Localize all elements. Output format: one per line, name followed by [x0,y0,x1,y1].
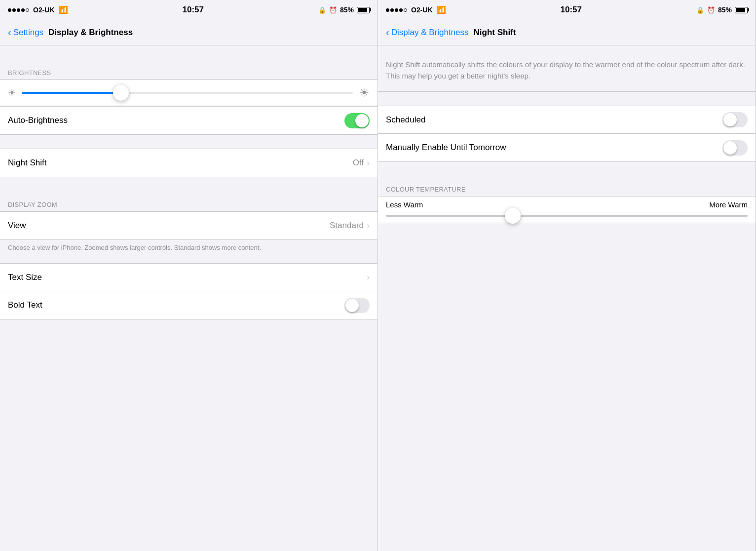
battery-indicator-right [735,7,748,13]
bold-text-toggle[interactable] [344,298,370,313]
wifi-icon: 📶 [59,5,68,14]
bold-text-row: Bold Text [0,291,378,319]
status-right-right: 🔒 ⏰ 85% [696,6,748,14]
battery-level [358,8,367,12]
more-warm-label: More Warm [709,200,748,209]
night-shift-row[interactable]: Night Shift Off › [0,149,378,177]
view-note: Choose a view for iPhone. Zoomed shows l… [0,240,378,259]
sun-small-icon: ☀ [8,87,16,98]
wifi-icon-right: 📶 [437,5,446,14]
signal-dot-r5 [404,8,407,12]
back-chevron-left: ‹ [8,27,11,38]
display-zoom-header: DISPLAY ZOOM [0,191,378,211]
alarm-icon-right: ⏰ [707,6,715,14]
night-shift-value: Off [353,158,364,168]
back-label-right: Display & Brightness [391,28,469,38]
spacer-4 [0,259,378,263]
signal-dot-3 [17,8,20,12]
manually-enable-label: Manually Enable Until Tomorrow [386,143,722,153]
signal-dot-r4 [399,8,403,12]
signal-dot-r2 [390,8,394,12]
night-shift-group: Night Shift Off › [0,149,378,177]
night-shift-description: Night Shift automatically shifts the col… [378,45,756,92]
nav-bar-right: ‹ Display & Brightness Night Shift [378,20,756,45]
brightness-slider-section: ☀ ☀ [0,79,378,106]
spacer-2 [0,135,378,149]
status-time-left: 10:57 [183,5,204,15]
status-left-right: O2-UK 📶 [386,5,446,14]
scheduled-toggle[interactable] [722,112,748,127]
carrier-name: O2-UK [33,6,55,14]
page-title-right: Night Shift [474,28,516,38]
signal-dot-r1 [386,8,389,12]
auto-brightness-group: Auto-Brightness [0,106,378,135]
scheduled-label: Scheduled [386,115,722,125]
manually-enable-row: Manually Enable Until Tomorrow [378,134,756,161]
back-button-right[interactable]: ‹ Display & Brightness [386,27,469,38]
sun-large-icon: ☀ [359,86,370,100]
lock-icon-right: 🔒 [696,6,704,14]
brightness-thumb[interactable] [113,85,129,101]
temp-slider-row [378,209,756,223]
bold-text-label: Bold Text [8,300,344,310]
spacer-r2 [378,162,756,176]
night-shift-toggles-group: Scheduled Manually Enable Until Tomorrow [378,106,756,162]
battery-level-right [736,8,745,12]
spacer-r1 [378,92,756,106]
back-button-left[interactable]: ‹ Settings [8,27,43,38]
brightness-header: BRIGHTNESS [0,59,378,79]
signal-dot-5 [26,8,29,12]
brightness-track[interactable] [22,92,353,94]
spacer-1 [0,45,378,59]
brightness-fill [22,92,121,94]
right-content: Night Shift automatically shifts the col… [378,45,756,551]
battery-icon-right [735,7,748,13]
page-title-left: Display & Brightness [48,28,133,38]
battery-icon [357,7,370,13]
view-row[interactable]: View Standard › [0,212,378,239]
temp-track[interactable] [386,215,748,217]
temp-thumb[interactable] [505,208,521,224]
status-right-left: 🔒 ⏰ 85% [318,6,370,14]
battery-indicator-left [357,7,370,13]
status-left: O2-UK 📶 [8,5,68,14]
colour-temp-group: Less Warm More Warm [378,196,756,223]
view-label: View [8,221,330,231]
manually-enable-toggle[interactable] [722,140,748,156]
battery-pct-right: 85% [718,6,732,14]
spacer-5 [0,319,378,333]
right-panel: O2-UK 📶 10:57 🔒 ⏰ 85% ‹ Display & Bright… [378,0,756,551]
temp-labels: Less Warm More Warm [378,197,756,209]
status-bar-left: O2-UK 📶 10:57 🔒 ⏰ 85% [0,0,378,20]
signal-dot-r3 [395,8,398,12]
text-group: Text Size › Bold Text [0,263,378,319]
spacer-3 [0,177,378,191]
text-size-chevron: › [367,272,370,282]
view-value: Standard [330,221,364,231]
status-time-right: 10:57 [561,5,582,15]
signal-indicator [8,8,29,12]
signal-dot-4 [21,8,25,12]
text-size-row[interactable]: Text Size › [0,264,378,291]
text-size-label: Text Size [8,273,367,282]
auto-brightness-toggle[interactable] [344,113,370,128]
night-shift-label: Night Shift [8,158,353,168]
display-zoom-group: View Standard › [0,211,378,240]
nav-bar-left: ‹ Settings Display & Brightness [0,20,378,45]
left-panel: O2-UK 📶 10:57 🔒 ⏰ 85% ‹ Settings Display… [0,0,378,551]
view-chevron: › [367,221,370,231]
status-bar-right: O2-UK 📶 10:57 🔒 ⏰ 85% [378,0,756,20]
signal-dot-2 [12,8,16,12]
back-label-left: Settings [13,28,43,38]
spacer-r3 [378,223,756,237]
carrier-name-right: O2-UK [411,6,433,14]
left-content: BRIGHTNESS ☀ ☀ Auto-Brightness Nigh [0,45,378,551]
signal-dot-1 [8,8,11,12]
back-chevron-right: ‹ [386,27,389,38]
brightness-slider-row: ☀ ☀ [8,86,370,100]
alarm-icon: ⏰ [329,6,337,14]
scheduled-row: Scheduled [378,106,756,134]
night-shift-chevron: › [367,158,370,168]
colour-temp-header: COLOUR TEMPERATURE [378,176,756,196]
signal-indicator-right [386,8,407,12]
